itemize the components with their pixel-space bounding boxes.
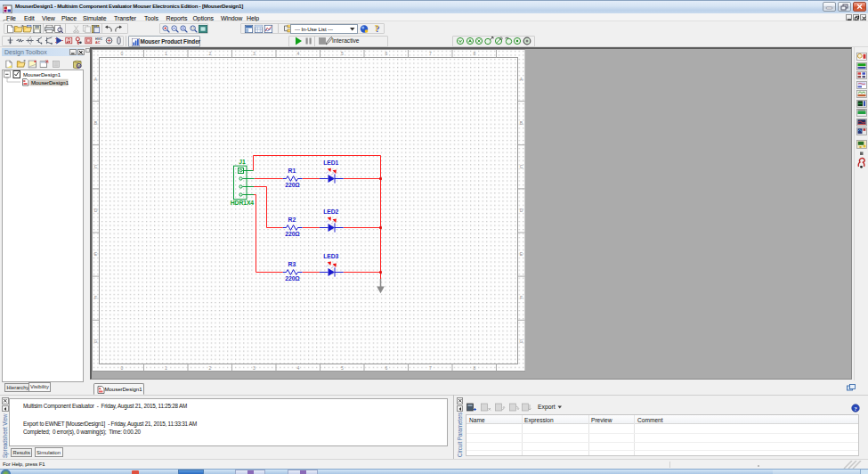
svg-text:G: G	[94, 339, 98, 344]
svg-text:7: 7	[429, 365, 432, 371]
svg-text:5: 5	[341, 51, 344, 56]
svg-text:LED1: LED1	[323, 159, 338, 166]
svg-text:7: 7	[429, 51, 432, 56]
svg-text:1: 1	[165, 365, 167, 371]
svg-text:4: 4	[296, 365, 299, 371]
svg-text:2: 2	[208, 51, 211, 56]
svg-text:1: 1	[165, 51, 167, 56]
svg-text:220Ω: 220Ω	[285, 231, 300, 237]
svg-text:J1: J1	[239, 159, 246, 165]
svg-text:MouserDesign1: MouserDesign1	[23, 72, 61, 78]
svg-text:LED2: LED2	[323, 208, 338, 215]
svg-text:5: 5	[341, 365, 344, 371]
svg-text:3: 3	[253, 365, 256, 371]
svg-text:D: D	[94, 208, 98, 213]
svg-text:MouserDesign1: MouserDesign1	[31, 80, 69, 86]
svg-text:C: C	[94, 164, 98, 169]
svg-text:8: 8	[473, 365, 475, 371]
svg-text:G: G	[520, 339, 523, 344]
svg-text:3: 3	[253, 51, 256, 56]
svg-text:R2: R2	[288, 217, 296, 223]
svg-text:D: D	[520, 208, 523, 213]
svg-text:?: ?	[374, 23, 378, 33]
svg-text:4: 4	[296, 51, 299, 56]
svg-text:8: 8	[473, 51, 475, 56]
svg-text:F: F	[520, 295, 523, 300]
svg-text:6: 6	[385, 365, 387, 371]
svg-text:0: 0	[120, 365, 123, 371]
svg-text:R1: R1	[288, 168, 296, 174]
svg-text:220Ω: 220Ω	[285, 182, 300, 188]
svg-text:2: 2	[208, 365, 211, 371]
svg-text:V: V	[77, 63, 80, 68]
svg-text:LED3: LED3	[323, 253, 338, 259]
svg-text:AC: AC	[95, 41, 101, 45]
svg-text:C: C	[520, 164, 523, 169]
svg-text:220Ω: 220Ω	[285, 275, 300, 282]
svg-text:?: ?	[854, 405, 857, 413]
svg-text:6: 6	[385, 51, 387, 56]
svg-text:R3: R3	[288, 261, 296, 267]
svg-text:F: F	[94, 295, 97, 300]
svg-text:HDR1X4: HDR1X4	[231, 200, 255, 206]
svg-text:0: 0	[120, 51, 123, 56]
